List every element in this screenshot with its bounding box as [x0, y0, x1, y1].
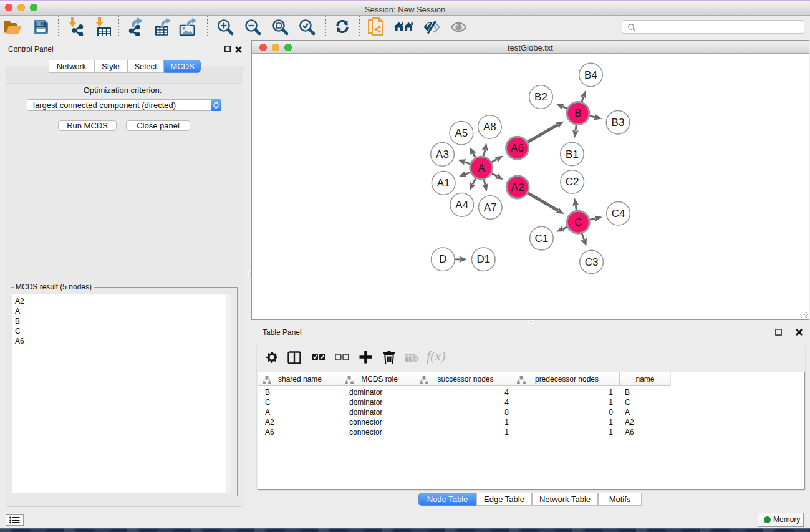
- svg-text:A7: A7: [484, 201, 497, 213]
- svg-text:A4: A4: [455, 199, 468, 211]
- svg-text:C3: C3: [585, 256, 599, 268]
- svg-text:C4: C4: [612, 208, 625, 220]
- svg-text:A3: A3: [436, 148, 449, 160]
- svg-text:A: A: [478, 162, 485, 174]
- svg-text:A2: A2: [511, 181, 524, 193]
- svg-text:B2: B2: [534, 91, 547, 103]
- svg-text:D1: D1: [476, 253, 490, 265]
- svg-text:A8: A8: [483, 121, 496, 133]
- svg-text:C: C: [574, 216, 582, 228]
- svg-text:B: B: [574, 107, 581, 119]
- svg-text:A1: A1: [437, 177, 450, 189]
- svg-text:B4: B4: [584, 69, 597, 81]
- svg-text:C1: C1: [535, 233, 549, 244]
- svg-text:A6: A6: [511, 142, 524, 154]
- svg-text:A5: A5: [455, 127, 468, 139]
- svg-text:B3: B3: [612, 117, 625, 128]
- svg-text:C2: C2: [566, 176, 579, 188]
- svg-text:B1: B1: [566, 148, 579, 160]
- svg-text:D: D: [439, 253, 446, 265]
